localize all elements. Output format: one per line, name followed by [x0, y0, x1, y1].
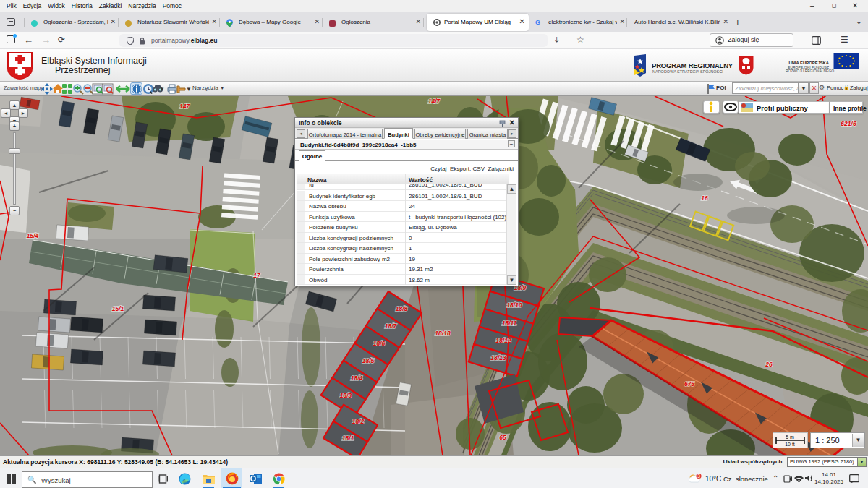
svg-text:18/3: 18/3 [340, 392, 352, 399]
svg-text:18/7: 18/7 [385, 322, 398, 330]
svg-text:26: 26 [765, 361, 773, 368]
svg-text:18/13: 18/13 [490, 354, 506, 361]
svg-text:15/1: 15/1 [112, 305, 124, 312]
svg-text:16: 16 [701, 194, 708, 202]
svg-text:147: 147 [179, 103, 190, 110]
svg-text:18/1: 18/1 [342, 435, 354, 442]
svg-text:65: 65 [499, 434, 506, 441]
svg-text:18/18: 18/18 [435, 330, 451, 337]
svg-text:5 m: 5 m [786, 435, 794, 440]
svg-text:18/4: 18/4 [351, 374, 363, 382]
svg-text:18/6: 18/6 [373, 340, 386, 347]
svg-text:3: 3 [697, 474, 700, 479]
svg-text:18/10: 18/10 [506, 301, 522, 309]
svg-text:14/7: 14/7 [428, 98, 441, 105]
svg-text:18/11: 18/11 [502, 320, 517, 327]
svg-text:15/4: 15/4 [27, 232, 39, 239]
svg-text:18/5: 18/5 [362, 357, 375, 364]
svg-text:18/8: 18/8 [396, 305, 408, 312]
svg-text:621/6: 621/6 [841, 120, 856, 127]
svg-text:10 ft: 10 ft [785, 442, 795, 447]
svg-text:675: 675 [684, 380, 694, 388]
svg-text:18/2: 18/2 [352, 418, 365, 425]
svg-text:17: 17 [253, 272, 261, 279]
svg-text:18/12: 18/12 [495, 337, 511, 344]
